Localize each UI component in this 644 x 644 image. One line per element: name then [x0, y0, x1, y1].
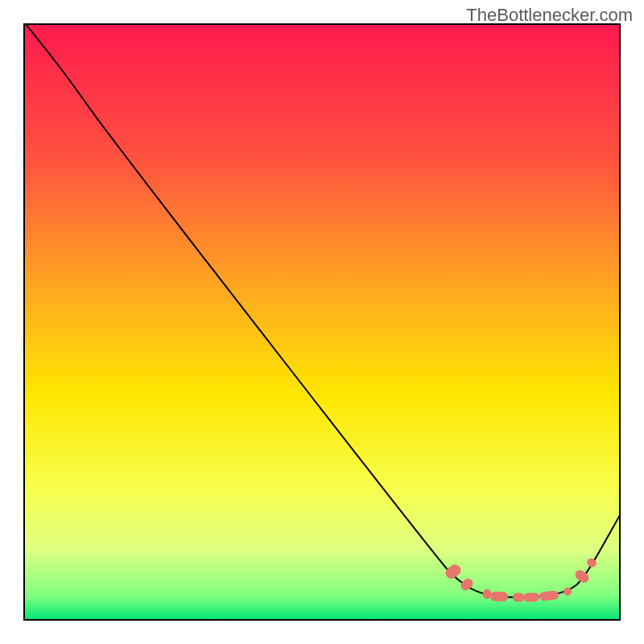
- curve-marker: [523, 592, 539, 602]
- curve-marker: [513, 593, 524, 602]
- curve-marker: [564, 588, 572, 596]
- curve-marker: [483, 589, 491, 599]
- chart-container: TheBottlenecker.com: [0, 0, 644, 644]
- plot-background: [24, 24, 620, 620]
- curve-marker: [490, 591, 509, 601]
- watermark-text: TheBottlenecker.com: [466, 5, 633, 26]
- bottleneck-chart: [0, 0, 644, 644]
